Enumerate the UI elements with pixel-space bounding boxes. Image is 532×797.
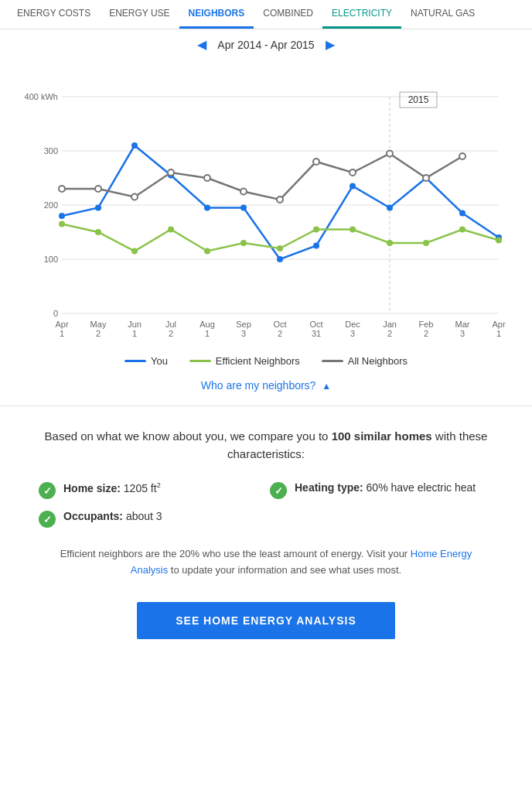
svg-point-56 [204,248,210,255]
date-navigation: ◀ Apr 2014 - Apr 2015 ▶ [0,29,532,58]
svg-text:Dec: Dec [345,320,360,329]
home-size-item: Home size: 1205 ft2 [39,481,262,499]
svg-text:Jun: Jun [128,320,142,329]
svg-point-65 [59,186,65,192]
svg-text:2: 2 [424,329,428,338]
svg-point-41 [131,142,138,149]
date-range-label: Apr 2014 - Apr 2015 [217,39,314,51]
svg-text:400 kWh: 400 kWh [25,92,58,101]
svg-point-45 [277,256,283,262]
who-are-neighbors-link[interactable]: Who are my neighbors? ▲ [201,379,331,392]
svg-point-44 [240,205,247,211]
tab-neighbors[interactable]: NEIGHBORS [179,0,254,29]
legend-you-line [124,360,146,362]
legend-efficient-line [189,360,211,362]
svg-text:May: May [90,320,107,329]
home-size-text: Home size: 1205 ft2 [63,481,161,494]
svg-text:2: 2 [278,329,282,338]
svg-point-62 [423,240,429,246]
occupants-check [39,511,56,528]
footer-note: Efficient neighbors are the 20% who use … [46,546,486,579]
tab-electricity[interactable]: ELECTRICITY [322,0,401,29]
who-are-neighbors-text: Who are my neighbors? [201,379,316,392]
svg-point-58 [277,245,283,251]
svg-point-73 [350,169,356,176]
prev-date-button[interactable]: ◀ [186,37,217,52]
tab-energy-use[interactable]: ENERGY USE [100,0,179,29]
svg-text:Sep: Sep [236,320,251,329]
svg-point-59 [313,227,319,233]
home-energy-analysis-link[interactable]: Home Energy Analysis [131,548,472,576]
svg-text:1: 1 [132,329,137,338]
svg-text:1: 1 [496,329,501,338]
legend-all-label: All Neighbors [348,355,408,367]
svg-text:Apr: Apr [492,320,505,329]
svg-text:31: 31 [312,329,321,338]
svg-point-54 [131,248,138,255]
legend-all-line [322,360,343,362]
svg-text:2015: 2015 [408,94,429,105]
energy-chart: 400 kWh 300 200 100 0 2015 Apr 1 May 2 J… [19,58,513,344]
svg-point-66 [95,186,101,192]
svg-text:Apr: Apr [55,320,68,329]
svg-text:Oct: Oct [273,320,286,329]
next-date-button[interactable]: ▶ [315,37,346,52]
tab-natural-gas[interactable]: NATURAL GAS [401,0,484,29]
svg-text:Jul: Jul [165,320,176,329]
svg-text:2: 2 [96,329,101,338]
nav-tabs: ENERGY COSTS ENERGY USE NEIGHBORS COMBIN… [0,0,532,29]
legend-efficient: Efficient Neighbors [189,355,300,367]
svg-text:2: 2 [387,329,392,338]
svg-point-46 [313,243,319,249]
tab-combined[interactable]: COMBINED [254,0,322,29]
svg-point-48 [387,205,393,211]
svg-text:200: 200 [44,200,58,210]
chart-legend: You Efficient Neighbors All Neighbors [0,344,532,375]
heating-type-item: Heating type: 60% have electric heat [270,481,493,499]
svg-point-64 [496,238,502,244]
heating-check [270,482,287,499]
legend-all: All Neighbors [322,355,408,367]
svg-point-63 [459,227,466,233]
svg-point-50 [459,210,466,217]
svg-point-76 [459,153,466,159]
svg-point-39 [59,213,65,219]
svg-point-71 [277,197,283,203]
cta-container: SEE HOME ENERGY ANALYSIS [31,596,501,662]
svg-point-72 [313,159,319,165]
svg-point-68 [168,169,174,176]
svg-text:2: 2 [169,329,173,338]
compare-text-1: Based on what we know about you, we comp… [45,429,332,443]
svg-point-47 [350,183,356,190]
home-size-check [39,482,56,499]
compare-text: Based on what we know about you, we comp… [31,428,501,463]
svg-text:3: 3 [460,329,465,338]
svg-point-55 [168,227,174,233]
neighbors-link-section: Who are my neighbors? ▲ [0,375,532,406]
characteristics-grid: Home size: 1205 ft2 Heating type: 60% ha… [39,481,493,528]
legend-you: You [124,355,168,367]
svg-text:Feb: Feb [419,320,434,329]
info-section: Based on what we know about you, we comp… [0,406,532,678]
svg-point-52 [59,221,65,227]
svg-text:1: 1 [60,329,64,338]
compare-highlight: 100 similar homes [332,429,432,443]
legend-efficient-label: Efficient Neighbors [216,355,300,367]
svg-point-57 [240,240,247,246]
svg-point-67 [131,194,138,200]
svg-text:3: 3 [350,329,355,338]
svg-text:300: 300 [44,146,58,156]
occupants-item: Occupants: about 3 [39,510,262,528]
svg-text:Aug: Aug [200,320,215,329]
svg-point-40 [95,205,101,211]
see-home-energy-analysis-button[interactable]: SEE HOME ENERGY ANALYSIS [137,602,395,639]
tab-energy-costs[interactable]: ENERGY COSTS [8,0,100,29]
svg-point-69 [204,175,210,181]
svg-point-75 [423,175,429,181]
neighbors-link-arrow: ▲ [322,381,331,392]
occupants-text: Occupants: about 3 [63,510,162,522]
svg-text:100: 100 [44,255,58,264]
svg-point-60 [350,227,356,233]
legend-you-label: You [151,355,168,367]
svg-point-61 [387,240,393,246]
